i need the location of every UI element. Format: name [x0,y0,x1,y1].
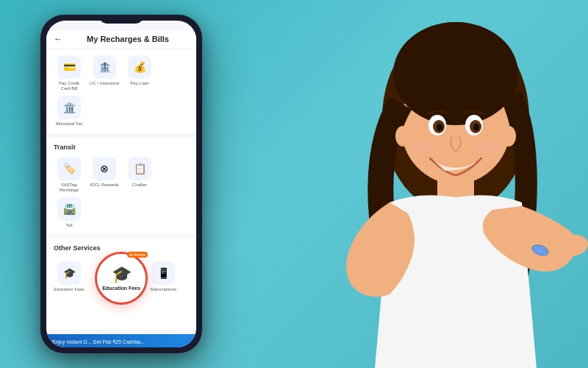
fastag-label: FASTag Recharge [54,183,85,193]
municipal-tax-item[interactable]: 🏛️ Municipal Tax [54,96,85,127]
svg-point-14 [412,141,434,153]
other-services-section: Other Services 🎓 Education Fees 📱 Subscr… [46,238,196,330]
screen-header: ← My Recharges & Bills [46,31,196,49]
transit-section: Transit 🏷️ FASTag Recharge ⊗ IOCL Reward… [46,138,196,235]
cashback-banner: Enjoy Instant D... Get Flat ₹25 Cashba..… [46,334,196,347]
points-badge: 2x Points [127,252,148,258]
fastag-icon: 🏷️ [57,157,81,180]
phone-notch [99,15,143,24]
svg-point-2 [393,22,518,125]
screen-content: ← My Recharges & Bills 💳 Pay Credit Card… [46,21,196,347]
quick-pay-section: 💳 Pay Credit Card Bill 🏦 LIC / Insurance… [46,49,196,133]
quick-pay-icons: 💳 Pay Credit Card Bill 🏦 LIC / Insurance… [54,55,189,127]
subscriptions-item[interactable]: 📱 Subscriptions [148,261,179,324]
other-services-title: Other Services [54,244,189,252]
education-fees-highlight-label: Education Fees [102,286,140,291]
challan-item[interactable]: 📋 Challan [124,157,155,193]
subscriptions-icon: 📱 [151,261,175,285]
svg-point-10 [395,126,410,146]
cashback-banner-text: Enjoy Instant D... Get Flat ₹25 Cashba..… [52,339,190,346]
girl-illustration [206,0,588,368]
lic-insurance-label: LIC / Insurance [90,81,120,86]
pay-credit-card-item[interactable]: 💳 Pay Credit Card Bill [54,55,85,91]
fastag-item[interactable]: 🏷️ FASTag Recharge [54,157,85,193]
education-fees-small-icon: 🎓 [57,261,81,285]
pay-loan-label: Pay Loan [130,81,148,86]
education-fees-small-item[interactable]: 🎓 Education Fees [54,261,85,324]
municipal-tax-label: Municipal Tax [56,121,82,127]
pay-credit-card-label: Pay Credit Card Bill [54,81,85,91]
lic-insurance-icon: 🏦 [93,55,116,79]
toll-label: Toll [65,223,72,228]
education-fees-small-label: Education Fees [54,287,85,292]
education-fees-highlight-icon: 🎓 [112,265,132,284]
challan-icon: 📋 [128,157,151,180]
toll-item[interactable]: 🛣️ Toll [54,197,85,228]
iocl-label: IOCL Rewards [90,183,118,188]
pay-loan-icon: 💰 [128,55,151,79]
toll-icon: 🛣️ [57,197,81,221]
phone-screen: ← My Recharges & Bills 💳 Pay Credit Card… [46,21,196,347]
svg-point-15 [478,141,500,153]
svg-point-11 [501,126,516,146]
iocl-icon: ⊗ [93,157,116,180]
transit-icons: 🏷️ FASTag Recharge ⊗ IOCL Rewards 📋 Chal… [54,157,189,229]
pay-credit-card-icon: 💳 [57,55,81,79]
iocl-item[interactable]: ⊗ IOCL Rewards [89,157,120,193]
phone-frame: ← My Recharges & Bills 💳 Pay Credit Card… [40,15,202,353]
municipal-tax-icon: 🏛️ [57,96,81,119]
education-fees-highlight[interactable]: 2x Points 🎓 Education Fees [95,252,148,305]
challan-label: Challan [132,183,147,188]
subscriptions-label: Subscriptions [150,287,176,292]
back-arrow-icon[interactable]: ← [54,34,62,44]
screen-title: My Recharges & Bills [67,35,189,43]
transit-title: Transit [54,144,189,151]
phone-mockup: ← My Recharges & Bills 💳 Pay Credit Card… [40,15,202,353]
pay-loan-item[interactable]: 💰 Pay Loan [124,55,155,91]
svg-point-9 [473,124,479,131]
svg-point-8 [437,124,442,131]
lic-insurance-item[interactable]: 🏦 LIC / Insurance [89,55,120,91]
